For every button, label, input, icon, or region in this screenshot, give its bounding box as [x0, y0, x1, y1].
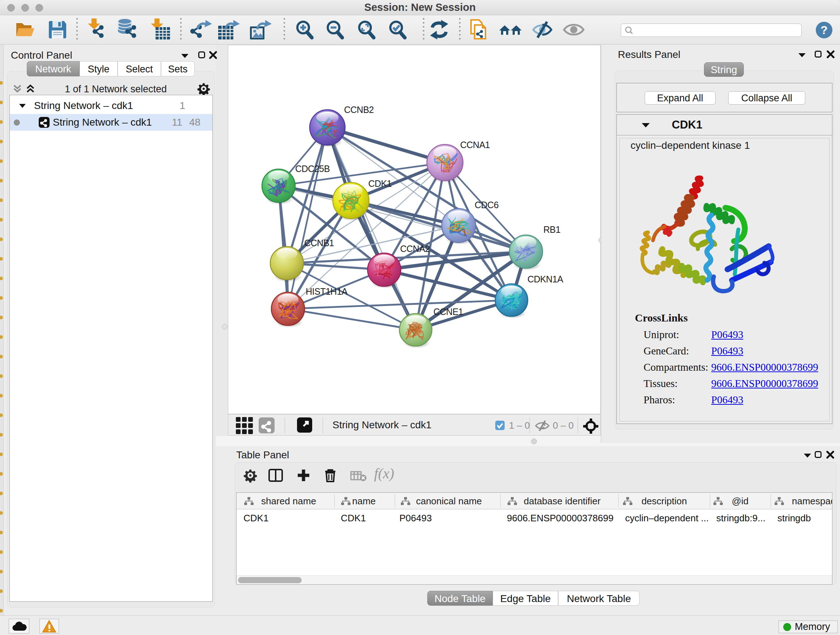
svg-text:CCNB2: CCNB2	[344, 105, 374, 115]
svg-text:HIST1H1A: HIST1H1A	[306, 287, 347, 296]
svg-text:CCNB1: CCNB1	[304, 238, 334, 248]
svg-text:CDK1: CDK1	[368, 179, 392, 188]
svg-text:CCNA1: CCNA1	[460, 140, 490, 150]
svg-text:CDC6: CDC6	[475, 200, 499, 210]
svg-text:RB1: RB1	[543, 225, 561, 234]
svg-text:CCNE1: CCNE1	[433, 307, 463, 317]
svg-text:CDC25B: CDC25B	[295, 164, 330, 174]
svg-text:CCNA2: CCNA2	[400, 244, 430, 254]
svg-text:CDKN1A: CDKN1A	[527, 274, 563, 284]
